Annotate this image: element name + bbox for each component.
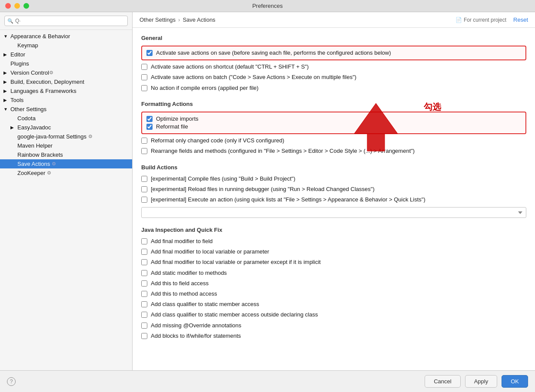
add-this-method-checkbox[interactable] xyxy=(141,291,147,297)
add-class-qualifier-static-checkbox[interactable] xyxy=(141,301,147,307)
build-action-dropdown[interactable] xyxy=(141,207,526,218)
checkbox-row: [experimental] Reload files in running d… xyxy=(141,185,526,193)
breadcrumb-item-1: Other Settings xyxy=(140,16,176,23)
sidebar-item-label: ZooKeeper xyxy=(17,170,45,176)
sidebar-item-build[interactable]: ▶ Build, Execution, Deployment xyxy=(0,77,132,86)
expand-arrow: ▼ xyxy=(3,34,9,39)
reload-debugger-checkbox[interactable] xyxy=(141,186,147,192)
settings-icon: ⚙ xyxy=(52,161,56,167)
add-class-qualifier-static-label[interactable]: Add class qualifier to static member acc… xyxy=(151,300,259,308)
add-static-methods-checkbox[interactable] xyxy=(141,270,147,276)
content-panel: Other Settings › Save Actions 📄 For curr… xyxy=(133,12,535,370)
search-input[interactable] xyxy=(4,16,128,26)
add-this-method-label[interactable]: Add this to method access xyxy=(151,290,217,298)
add-final-local-except-checkbox[interactable] xyxy=(141,259,147,265)
rearrange-fields-checkbox[interactable] xyxy=(141,148,147,154)
reformat-file-checkbox[interactable] xyxy=(146,124,153,130)
activate-on-shortcut-checkbox[interactable] xyxy=(141,64,147,70)
sidebar-tree: ▼ Appearance & Behavior Keymap ▶ Editor … xyxy=(0,30,132,370)
no-action-compile-checkbox[interactable] xyxy=(141,85,147,91)
checkbox-row: [experimental] Compile files (using "Bui… xyxy=(141,175,526,183)
sidebar-item-editor[interactable]: ▶ Editor xyxy=(0,50,132,59)
add-missing-override-checkbox[interactable] xyxy=(141,323,147,329)
add-static-methods-label[interactable]: Add static modifier to methods xyxy=(151,269,227,277)
compile-files-label[interactable]: [experimental] Compile files (using "Bui… xyxy=(151,175,296,183)
add-final-local-checkbox[interactable] xyxy=(141,249,147,255)
rearrange-fields-label[interactable]: Rearrange fields and methods (configured… xyxy=(151,147,415,155)
execute-action-checkbox[interactable] xyxy=(141,197,147,203)
add-this-field-checkbox[interactable] xyxy=(141,280,147,287)
expand-arrow: ▶ xyxy=(3,52,9,57)
checkbox-row: No action if compile errors (applied per… xyxy=(141,84,526,92)
reformat-file-label[interactable]: Reformat file xyxy=(156,123,188,131)
no-action-compile-label[interactable]: No action if compile errors (applied per… xyxy=(151,84,259,92)
sidebar-item-version-control[interactable]: ▶ Version Control ⚙ xyxy=(0,68,132,77)
sidebar-item-keymap[interactable]: Keymap xyxy=(0,41,132,50)
add-final-local-except-label[interactable]: Add final modifier to local variable or … xyxy=(151,258,321,266)
add-final-field-label[interactable]: Add final modifier to field xyxy=(151,237,213,245)
activate-on-batch-label[interactable]: Activate save actions on batch ("Code > … xyxy=(151,73,356,81)
reformat-changed-checkbox[interactable] xyxy=(141,138,147,144)
sidebar-item-zookeeper[interactable]: ZooKeeper ⚙ xyxy=(0,168,132,178)
add-blocks-checkbox[interactable] xyxy=(141,333,147,339)
maximize-button[interactable] xyxy=(23,3,29,9)
add-class-qualifier-outside-checkbox[interactable] xyxy=(141,312,147,318)
sidebar-item-label: Keymap xyxy=(17,42,38,49)
sidebar-item-appearance[interactable]: ▼ Appearance & Behavior xyxy=(0,32,132,41)
sidebar-item-other-settings[interactable]: ▼ Other Settings xyxy=(0,105,132,114)
compile-files-checkbox[interactable] xyxy=(141,176,147,182)
activate-on-batch-checkbox[interactable] xyxy=(141,74,147,80)
for-current-project-label: 📄 For current project xyxy=(455,17,506,23)
java-inspection-section: Java Inspection and Quick Fix Add final … xyxy=(141,227,526,340)
java-inspection-title: Java Inspection and Quick Fix xyxy=(141,227,526,233)
sidebar-item-save-actions[interactable]: Save Actions ⚙ xyxy=(0,159,132,168)
sidebar-item-plugins[interactable]: Plugins xyxy=(0,59,132,68)
formatting-actions-section: Formatting Actions Optimize imports Refo… xyxy=(141,101,526,155)
execute-action-label[interactable]: [experimental] Execute an action (using … xyxy=(151,196,425,204)
sidebar-item-label: Languages & Frameworks xyxy=(10,88,76,94)
sidebar-item-label: Plugins xyxy=(10,60,29,67)
checkbox-row: Activate save actions on shortcut (defau… xyxy=(141,63,526,71)
add-blocks-label[interactable]: Add blocks to if/while/for statements xyxy=(151,332,241,340)
checkbox-row: Reformat only changed code (only if VCS … xyxy=(141,137,526,145)
optimize-imports-label[interactable]: Optimize imports xyxy=(156,115,199,123)
activate-on-shortcut-label[interactable]: Activate save actions on shortcut (defau… xyxy=(151,63,309,71)
sidebar-item-google-java-format[interactable]: google-java-format Settings ⚙ xyxy=(0,132,132,141)
cancel-button[interactable]: Cancel xyxy=(425,375,460,388)
activate-on-save-checkbox[interactable] xyxy=(146,50,153,56)
reload-debugger-label[interactable]: [experimental] Reload files in running d… xyxy=(151,185,375,193)
add-this-field-label[interactable]: Add this to field access xyxy=(151,280,209,287)
checkbox-row: Add missing @Override annotations xyxy=(141,322,526,329)
checkbox-row: Add final modifier to local variable or … xyxy=(141,248,526,256)
minimize-button[interactable] xyxy=(14,3,20,9)
help-button[interactable]: ? xyxy=(7,377,16,386)
general-title: General xyxy=(141,35,526,41)
sidebar-item-label: Tools xyxy=(10,97,23,103)
sidebar-item-easyjavadoc[interactable]: ▶ EasyJavadoc xyxy=(0,123,132,132)
add-final-field-checkbox[interactable] xyxy=(141,238,147,244)
apply-button[interactable]: Apply xyxy=(465,375,498,388)
sidebar-item-tools[interactable]: ▶ Tools xyxy=(0,96,132,105)
title-bar: Preferences xyxy=(0,0,535,12)
sidebar-item-label: Maven Helper xyxy=(17,142,53,149)
sidebar-item-label: Appearance & Behavior xyxy=(10,33,70,40)
sidebar-item-label: google-java-format Settings xyxy=(17,133,86,140)
checkbox-row: Add class qualifier to static member acc… xyxy=(141,311,526,319)
optimize-imports-checkbox[interactable] xyxy=(146,116,153,122)
add-final-local-label[interactable]: Add final modifier to local variable or … xyxy=(151,248,269,256)
sidebar-item-languages[interactable]: ▶ Languages & Frameworks xyxy=(0,86,132,96)
sidebar-item-maven-helper[interactable]: Maven Helper xyxy=(0,141,132,150)
reformat-changed-label[interactable]: Reformat only changed code (only if VCS … xyxy=(151,137,284,145)
add-class-qualifier-outside-label[interactable]: Add class qualifier to static member acc… xyxy=(151,311,318,319)
sidebar-item-codota[interactable]: Codota xyxy=(0,114,132,123)
close-button[interactable] xyxy=(5,3,11,9)
ok-button[interactable]: OK xyxy=(502,375,528,388)
add-missing-override-label[interactable]: Add missing @Override annotations xyxy=(151,322,241,329)
general-section: General Activate save actions on save (b… xyxy=(141,35,526,92)
activate-on-save-label[interactable]: Activate save actions on save (before sa… xyxy=(156,49,391,57)
reset-link[interactable]: Reset xyxy=(513,16,528,23)
checkbox-row: Activate save actions on batch ("Code > … xyxy=(141,73,526,81)
content-body: General Activate save actions on save (b… xyxy=(133,28,535,370)
sidebar-item-rainbow-brackets[interactable]: Rainbow Brackets xyxy=(0,150,132,159)
checkbox-row: Reformat file xyxy=(146,123,521,131)
